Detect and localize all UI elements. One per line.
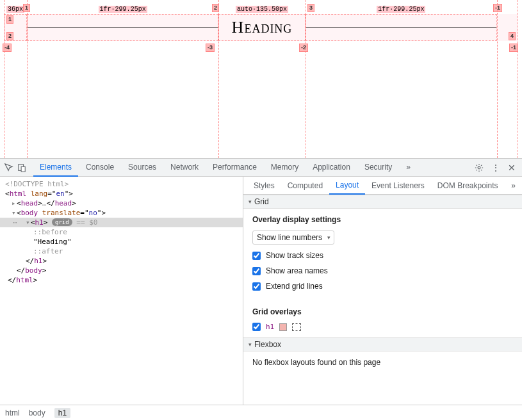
h1-close: </h1>: [0, 256, 243, 266]
track-label: 36px: [6, 6, 24, 13]
pseudo-after: ::after: [33, 247, 63, 255]
crumb-h1[interactable]: h1: [54, 408, 70, 418]
grid-line-num: 1: [6, 15, 13, 24]
pseudo-before: ::before: [33, 228, 67, 236]
grid-overlays-heading: Grid overlays: [252, 307, 513, 316]
side-tab-styles[interactable]: Styles: [247, 177, 281, 194]
tab-application[interactable]: Application: [306, 159, 357, 177]
show-track-sizes-checkbox[interactable]: [252, 252, 261, 260]
grid-line-num: -4: [3, 44, 12, 52]
grid-section-header[interactable]: ▾Grid: [243, 195, 522, 209]
side-tab-computed[interactable]: Computed: [281, 177, 329, 194]
svg-point-2: [478, 166, 480, 169]
tab-more[interactable]: »: [400, 159, 417, 177]
devtools-toolbar: Elements Console Sources Network Perform…: [0, 159, 522, 177]
elements-tree[interactable]: <!DOCTYPE html> <html lang="en"> ▸<head>…: [0, 177, 243, 405]
gear-icon[interactable]: [473, 163, 485, 172]
extend-grid-lines-checkbox[interactable]: [252, 282, 261, 291]
tab-performance[interactable]: Performance: [206, 159, 263, 177]
grid-badge[interactable]: grid: [52, 218, 72, 226]
tab-security[interactable]: Security: [358, 159, 398, 177]
grid-overlay: 36px 1fr·299.25px auto·135.50px Heading …: [4, 14, 518, 41]
side-tab-event-listeners[interactable]: Event Listeners: [365, 177, 431, 194]
breadcrumb: html body h1: [0, 405, 522, 420]
grid-line-num: -1: [509, 44, 518, 52]
side-tab-layout[interactable]: Layout: [329, 177, 365, 195]
crumb-html[interactable]: html: [5, 408, 20, 417]
doctype-line: <!DOCTYPE html>: [5, 180, 69, 188]
checkbox-label: Extend grid lines: [266, 282, 323, 291]
overlay-settings-heading: Overlay display settings: [252, 215, 513, 224]
flexbox-section-header[interactable]: ▾Flexbox: [243, 337, 522, 351]
tab-memory[interactable]: Memory: [265, 159, 305, 177]
checkbox-label: Show area names: [266, 266, 328, 275]
heading-rule-left: [28, 28, 218, 28]
track-label: 1fr·299.25px: [99, 6, 147, 13]
tab-console[interactable]: Console: [79, 159, 120, 177]
grid-line-num: 4: [509, 32, 516, 40]
heading-text: Heading: [232, 18, 293, 37]
side-tab-more[interactable]: »: [509, 181, 518, 190]
html-close: </html>: [0, 275, 243, 285]
grid-overlay-h1-checkbox[interactable]: [252, 323, 261, 331]
device-toggle-icon[interactable]: [15, 161, 28, 174]
side-panel: Styles Computed Layout Event Listeners D…: [243, 177, 522, 405]
grid-line-num: 3: [307, 4, 314, 12]
text-node: "Heading": [0, 237, 243, 246]
tab-network[interactable]: Network: [164, 159, 205, 177]
track-label: 1fr·299.25px: [377, 6, 425, 13]
grid-line-num: -1: [493, 4, 502, 12]
flexbox-empty-msg: No flexbox layouts found on this page: [252, 358, 380, 367]
show-area-names-checkbox[interactable]: [252, 267, 261, 275]
devtools-tabs: Elements Console Sources Network Perform…: [33, 159, 473, 177]
tab-sources[interactable]: Sources: [122, 159, 163, 177]
side-panel-tabs: Styles Computed Layout Event Listeners D…: [243, 177, 522, 195]
line-numbers-select[interactable]: Show line numbers: [252, 230, 334, 245]
checkbox-label: Show track sizes: [266, 251, 323, 260]
grid-line-num: 2: [6, 32, 13, 40]
close-icon[interactable]: ✕: [507, 163, 517, 173]
body-close: </body>: [0, 266, 243, 275]
rendered-page: 1 2 3 -1 36px 1fr·299.25px auto·135.50px…: [0, 0, 522, 159]
inspect-icon[interactable]: [3, 161, 15, 174]
side-tab-dom-breakpoints[interactable]: DOM Breakpoints: [431, 177, 505, 194]
track-label: auto·135.50px: [236, 6, 288, 13]
kebab-icon[interactable]: ⋮: [490, 163, 502, 173]
grid-overlay-label: h1: [266, 323, 274, 331]
heading-rule-right: [306, 28, 496, 28]
svg-rect-1: [21, 166, 25, 172]
grid-line-num: 2: [212, 4, 219, 12]
devtools-panel: Elements Console Sources Network Perform…: [0, 159, 522, 420]
color-swatch[interactable]: [279, 323, 287, 331]
crumb-body[interactable]: body: [29, 408, 45, 417]
selected-node-h1[interactable]: ⋯ ▾<h1> grid == $0: [0, 218, 243, 227]
grid-line-num: 1: [23, 4, 30, 12]
grid-line-num: -3: [206, 44, 215, 52]
highlight-element-icon[interactable]: [292, 323, 301, 331]
tab-elements[interactable]: Elements: [33, 159, 78, 177]
grid-line-num: -2: [299, 44, 308, 52]
